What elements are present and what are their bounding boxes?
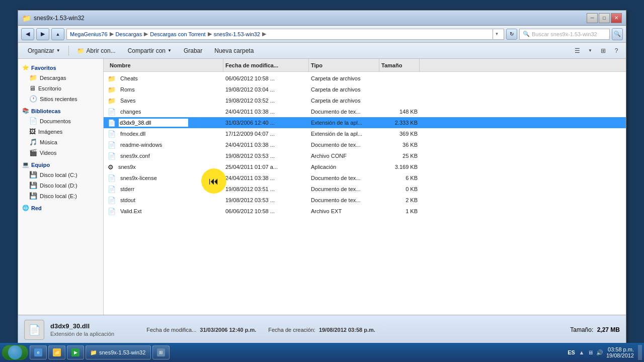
sidebar-header-favoritos[interactable]: ⭐ Favoritos [18,63,103,72]
table-row[interactable]: 📁Roms19/08/2012 03:04 ...Carpeta de arch… [104,84,626,95]
favoritos-label: Favoritos [31,65,56,71]
view-list-button[interactable]: ☰ [572,45,583,56]
sidebar-item-imagenes[interactable]: 🖼 Imágenes [18,126,103,137]
clock: 03:58 p.m. 19/08/2012 [606,346,634,358]
organizar-arrow: ▼ [56,48,60,53]
close-button[interactable]: ✕ [611,13,622,23]
col-header-size[interactable]: Tamaño [379,59,420,71]
taskbar-window-button[interactable]: 📁 snes9x-1.53-win32 [86,345,151,359]
compartir-arrow: ▼ [168,48,172,53]
forward-button[interactable]: ▶ [36,28,49,40]
compartir-con-button[interactable]: Compartir con ▼ [122,44,177,57]
file-icon: 📄 [108,130,116,138]
file-date: 24/04/2011 03:38 ... [223,175,309,181]
taskbar-extra-button[interactable]: ⊞ [152,345,170,359]
organizar-button[interactable]: Organizar ▼ [22,44,66,57]
equipo-label: Equipo [31,162,50,168]
table-row[interactable]: 📄snes9x.conf19/08/2012 03:53 ...Archivo … [104,150,626,161]
taskbar-ie-button[interactable]: e [30,345,47,359]
view-dropdown-button[interactable]: ▼ [585,45,596,56]
file-name: Valid.Ext [118,208,144,214]
table-row[interactable]: 📄fmodex.dll17/12/2009 04:07 ...Extensión… [104,128,626,139]
file-icon: 📄 [108,174,116,182]
path-descargas[interactable]: Descargas [116,31,142,37]
documentos-label: Documentos [40,118,71,124]
start-button[interactable] [2,345,28,360]
taskbar-media-button[interactable]: ▶ [67,345,84,359]
network-icon: 🌐 [22,205,29,211]
abrir-con-button[interactable]: 📁 Abrir con... [71,44,121,57]
rename-input[interactable] [118,118,189,127]
sidebar-item-videos[interactable]: 🎬 Videos [18,147,103,158]
search-button[interactable]: 🔍 [612,28,623,40]
table-row[interactable]: 📄Valid.Ext06/06/2012 10:58 ...Archivo EX… [104,206,626,217]
col-header-date[interactable]: Fecha de modifica... [223,59,309,71]
sidebar-header-equipo[interactable]: 💻 Equipo [18,160,103,169]
file-date: 24/04/2011 03:38 ... [223,109,309,115]
status-info: d3dx9_30.dll Extensión de la aplicación [50,322,114,337]
tray-arrow-icon[interactable]: ▲ [578,349,585,356]
table-row[interactable]: 📄stderr19/08/2012 03:51 ...Documento de … [104,184,626,195]
tray-network-icon[interactable]: 🖥 [587,349,594,356]
window-title: snes9x-1.53-win32 [34,15,85,22]
back-button[interactable]: ◀ [21,28,34,40]
address-box[interactable]: MegaGenius76 ▶ Descargas ▶ Descargas con… [66,29,504,40]
table-row[interactable]: 📄31/03/2006 12:40 ...Extensión de la apl… [104,117,626,128]
sidebar-item-escritorio[interactable]: 🖥 Escritorio [18,83,103,94]
docs-icon: 📄 [29,117,37,125]
file-name: stderr [118,186,136,192]
path-snes9x[interactable]: snes9x-1.53-win32 [214,31,260,37]
sidebar-item-disco-c[interactable]: 💾 Disco local (C:) [18,169,103,180]
file-name-cell: 📄changes [108,108,223,116]
table-row[interactable]: 📄readme-windows24/04/2011 03:38 ...Docum… [104,139,626,150]
sidebar-header-bibliotecas[interactable]: 📚 Bibliotecas [18,106,103,116]
clock-date: 19/08/2012 [606,352,634,358]
minimize-button[interactable]: ─ [587,13,598,23]
sidebar-item-descargas[interactable]: 📁 Descargas [18,72,103,83]
sidebar-item-disco-e[interactable]: 💾 Disco local (E:) [18,191,103,201]
file-name-cell: 📄 [108,118,223,127]
maximize-button[interactable]: □ [599,13,610,23]
table-row[interactable]: 📁Cheats06/06/2012 10:58 ...Carpeta de ar… [104,73,626,84]
help-button[interactable]: ? [611,45,622,56]
fecha-creacion-label: Fecha de creación: 19/08/2012 03:58 p.m. [268,327,375,333]
taskbar-folder-button[interactable]: 📁 [48,345,65,359]
status-file-icon: 📄 [24,320,44,340]
col-header-name[interactable]: Nombre [108,59,223,71]
file-area: Nombre Fecha de modifica... Tipo Tamaño … [104,59,626,315]
table-row[interactable]: 📁Saves19/08/2012 03:52 ...Carpeta de arc… [104,95,626,106]
tray-audio-icon[interactable]: 🔊 [596,349,603,356]
sidebar-item-recientes[interactable]: 🕐 Sitios recientes [18,94,103,104]
col-header-type[interactable]: Tipo [309,59,379,71]
sidebar-item-disco-d[interactable]: 💾 Disco local (D:) [18,180,103,191]
taskbar-right: ES ▲ 🖥 🔊 03:58 p.m. 19/08/2012 [568,345,642,360]
up-button[interactable]: ▲ [51,28,64,40]
path-descargas-torrent[interactable]: Descargas con Torrent [150,31,205,37]
table-row[interactable]: 📄snes9x-license24/04/2011 03:38 ...Docum… [104,172,626,184]
media-icon: ▶ [71,348,79,356]
file-size: 1 KB [379,208,420,214]
table-row[interactable]: ⚙snes9x25/04/2011 01:07 a...Aplicación3.… [104,161,626,172]
addressbar: ◀ ▶ ▲ MegaGenius76 ▶ Descargas ▶ Descarg… [18,26,626,43]
address-dropdown-arrow[interactable]: ▼ [493,29,501,40]
file-type: Documento de tex... [309,142,379,148]
view-pane-button[interactable]: ⊞ [598,45,609,56]
file-icon: ⚙ [108,163,114,171]
sidebar-item-documentos[interactable]: 📄 Documentos [18,116,103,126]
path-megagenius[interactable]: MegaGenius76 [70,31,108,37]
file-name: readme-windows [118,142,164,148]
file-icon: 📄 [108,197,116,204]
file-name: Roms [118,86,137,93]
nueva-carpeta-button[interactable]: Nueva carpeta [209,44,259,57]
table-row[interactable]: 📄stdout19/08/2012 03:53 ...Documento de … [104,195,626,206]
grabar-button[interactable]: Grabar [178,44,208,57]
table-row[interactable]: 📄changes24/04/2011 03:38 ...Documento de… [104,106,626,117]
images-icon: 🖼 [29,128,36,135]
refresh-button[interactable]: ↻ [506,29,517,40]
fecha-modifica-label: Fecha de modifica... 31/03/2006 12:40 p.… [146,327,256,333]
sidebar-header-red[interactable]: 🌐 Red [18,203,103,213]
show-desktop-button[interactable] [638,345,642,360]
file-name: snes9x [116,164,138,170]
sidebar-item-musica[interactable]: 🎵 Música [18,137,103,147]
search-box[interactable]: 🔍 Buscar snes9x-1.53-win32 [519,29,610,40]
